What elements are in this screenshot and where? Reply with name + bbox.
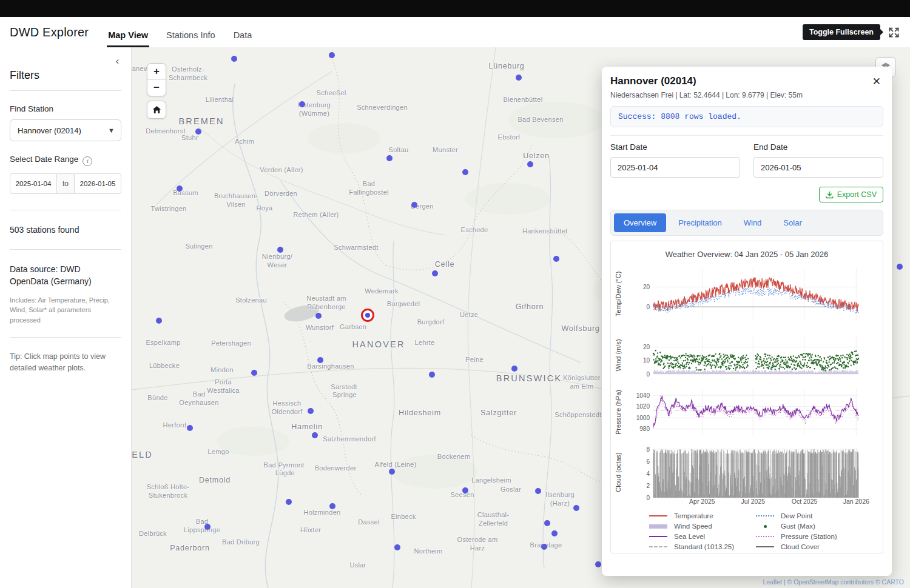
sidebar-collapse-button[interactable]: ‹	[116, 56, 119, 67]
svg-text:0: 0	[646, 495, 650, 501]
fullscreen-icon[interactable]	[888, 26, 900, 39]
legend-marker-dotted	[755, 536, 775, 537]
export-csv-button[interactable]: Export CSV	[819, 187, 883, 202]
legend-marker-line	[755, 546, 775, 547]
zoom-in-button[interactable]: +	[147, 64, 166, 79]
nav-tab-map-view[interactable]: Map View	[107, 21, 149, 47]
legend-label: Sea Level	[674, 533, 705, 540]
end-date-input[interactable]: 2026-01-05	[753, 157, 883, 178]
find-station-label: Find Station	[10, 104, 121, 113]
info-icon[interactable]: i	[83, 156, 92, 166]
station-marker[interactable]	[251, 370, 257, 376]
station-marker[interactable]	[277, 247, 283, 253]
filters-sidebar: ‹ Filters Find Station Hannover (02014) …	[0, 47, 132, 588]
station-marker[interactable]	[535, 488, 541, 494]
legend-item: Dew Point	[755, 512, 845, 520]
station-marker[interactable]	[156, 318, 162, 324]
legend-label: Dew Point	[781, 512, 812, 520]
svg-text:20: 20	[643, 344, 650, 350]
station-marker[interactable]	[573, 505, 579, 511]
end-date-label: End Date	[753, 142, 883, 152]
station-marker[interactable]	[516, 75, 522, 81]
nav-tab-data[interactable]: Data	[232, 21, 254, 47]
zoom-out-button[interactable]: −	[147, 79, 166, 96]
legend-label: Pressure (Station)	[781, 533, 837, 540]
svg-text:1020: 1020	[636, 403, 650, 410]
download-icon	[826, 191, 834, 199]
station-marker[interactable]	[177, 185, 183, 192]
legend-label: Cloud Cover	[781, 543, 820, 550]
station-marker[interactable]	[394, 544, 400, 550]
lake-steinhuder-meer	[283, 302, 320, 324]
date-from-input[interactable]: 2025-01-04	[10, 173, 57, 194]
start-date-label: Start Date	[610, 142, 740, 152]
svg-text:4: 4	[646, 470, 650, 477]
station-marker[interactable]	[195, 129, 201, 135]
date-to-input[interactable]: 2026-01-05	[74, 173, 121, 194]
station-marker[interactable]	[204, 524, 211, 530]
map-attribution[interactable]: Leaflet | © OpenStreetMap contributors ©…	[763, 578, 904, 586]
station-marker[interactable]	[315, 313, 322, 319]
legend-marker-dash	[649, 546, 668, 547]
svg-text:6: 6	[646, 458, 650, 465]
legend-item: Sea Level	[649, 533, 738, 540]
start-date-input[interactable]: 2025-01-04	[610, 157, 740, 178]
station-select[interactable]: Hannover (02014) ▼	[10, 119, 121, 141]
divider	[10, 249, 121, 250]
legend-label: Temperature	[674, 512, 713, 520]
legend-item: Temperature	[649, 512, 738, 520]
station-marker[interactable]	[317, 357, 323, 363]
station-marker[interactable]	[312, 432, 318, 438]
station-marker[interactable]	[595, 561, 601, 567]
station-marker[interactable]	[386, 155, 393, 161]
svg-text:Temp/Dew (°C): Temp/Dew (°C)	[615, 272, 622, 317]
station-marker[interactable]	[527, 161, 533, 167]
svg-text:0: 0	[646, 371, 650, 378]
app-header: DWD Explorer Map ViewStations InfoData T…	[0, 17, 910, 47]
station-marker[interactable]	[462, 487, 468, 493]
divider	[610, 135, 883, 136]
station-select-value: Hannover (02014)	[18, 126, 81, 135]
panel-tab-overview[interactable]: Overview	[614, 213, 666, 232]
station-marker[interactable]	[511, 366, 517, 372]
station-marker[interactable]	[432, 270, 438, 276]
app-title: DWD Explorer	[10, 25, 89, 39]
station-marker[interactable]	[187, 425, 193, 431]
panel-title: Hannover (02014)	[610, 75, 696, 87]
station-marker[interactable]	[544, 520, 550, 526]
svg-text:Apr 2025: Apr 2025	[689, 498, 715, 505]
station-marker[interactable]	[429, 372, 435, 378]
station-marker[interactable]	[286, 499, 292, 505]
chart-title: Weather Overview: 04 Jan 2025 - 05 Jan 2…	[611, 250, 883, 259]
svg-text:20: 20	[643, 284, 650, 290]
station-marker[interactable]	[231, 56, 237, 62]
nav-tab-stations-info[interactable]: Stations Info	[165, 21, 217, 47]
close-icon[interactable]: ✕	[870, 75, 883, 88]
map-home-button[interactable]	[147, 101, 166, 119]
legend-marker-line	[649, 515, 668, 516]
panel-tab-precipitation[interactable]: Precipitation	[669, 213, 732, 232]
legend-label: Standard (1013.25)	[674, 543, 734, 550]
station-marker[interactable]	[308, 408, 314, 414]
station-marker[interactable]	[329, 503, 335, 509]
panel-tab-solar[interactable]: Solar	[774, 213, 811, 232]
chart-legend: TemperatureDew PointWind SpeedGust (Max)…	[611, 512, 883, 550]
svg-text:980: 980	[639, 426, 650, 432]
station-marker[interactable]	[897, 264, 903, 270]
date-range-picker: 2025-01-04 to 2026-01-05	[10, 173, 121, 194]
browser-top-bar	[0, 0, 910, 17]
station-marker[interactable]	[411, 202, 417, 208]
station-marker[interactable]	[329, 52, 335, 58]
station-marker[interactable]	[553, 256, 559, 262]
station-marker[interactable]	[551, 530, 558, 536]
selected-station-marker[interactable]	[361, 309, 374, 322]
station-marker[interactable]	[462, 169, 468, 175]
legend-marker-line	[649, 536, 668, 537]
status-message: Success: 8808 rows loaded.	[610, 106, 883, 127]
station-detail-panel: Hannover (02014) ✕ Niedersachsen Frei | …	[602, 67, 892, 576]
station-marker[interactable]	[541, 544, 547, 550]
station-marker[interactable]	[299, 101, 305, 107]
station-marker[interactable]	[389, 469, 395, 475]
panel-tab-wind[interactable]: Wind	[734, 213, 772, 232]
station-meta: Niedersachsen Frei | Lat: 52.4644 | Lon:…	[610, 91, 883, 99]
